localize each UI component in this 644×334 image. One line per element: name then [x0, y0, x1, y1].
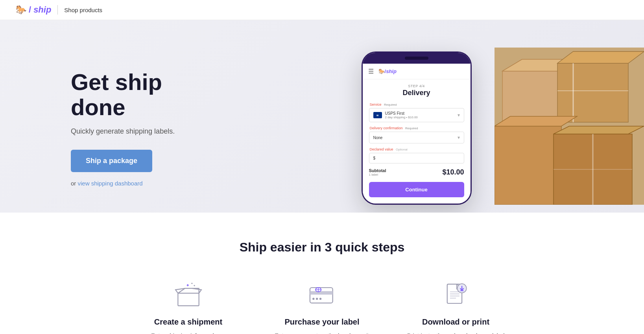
phone-camera [405, 57, 428, 60]
step-3-icon [438, 278, 474, 310]
phone-delivery-confirmation-label: Delivery confirmation Required [369, 126, 464, 130]
phone-delivery-chevron: ▾ [458, 135, 460, 140]
steps-title: Ship easier in 3 quick steps [16, 240, 628, 255]
svg-rect-28 [310, 291, 332, 295]
logo-horse: 🐎 [16, 5, 26, 15]
step-create-shipment: Create a shipment Enter shipping info, p… [133, 278, 244, 334]
phone-subtotal-label: Subtotal [369, 168, 386, 173]
logo-ship-text: ship [33, 5, 51, 15]
hero-subtitle: Quickly generate shipping labels. [71, 127, 189, 136]
phone-service-details: 2 day shipping • $10.00 [385, 116, 418, 119]
phone-subtotal-area: Subtotal 1 label $10.00 [369, 168, 464, 176]
svg-rect-1 [502, 71, 565, 122]
svg-point-33 [316, 298, 318, 300]
nav-divider [57, 5, 58, 15]
phone-service-label: Service Required [369, 103, 464, 106]
phone-delivery-title: Delivery [369, 89, 464, 97]
hero-or-text: or view shipping dashboard [71, 180, 189, 187]
step-3-name: Download or print [422, 317, 489, 327]
or-label: or [71, 180, 76, 187]
phone-content: STEP 4/4 Delivery Service Required ✉ USP… [363, 79, 471, 204]
svg-rect-20 [178, 293, 199, 306]
step-1-name: Create a shipment [154, 317, 222, 327]
hero-left: Get ship done Quickly generate shipping … [0, 46, 189, 211]
phone-hamburger-icon: ☰ [368, 68, 374, 75]
svg-marker-10 [557, 51, 644, 63]
steps-grid: Create a shipment Enter shipping info, p… [86, 278, 558, 334]
logo[interactable]: 🐎 / ship [16, 5, 51, 15]
shop-products-link[interactable]: Shop products [64, 7, 102, 13]
step-purchase-label: Purchase your label Enter a payment meth… [267, 278, 377, 334]
hero-section: Get ship done Quickly generate shipping … [0, 20, 644, 213]
phone-delivery-confirmation-select[interactable]: None ▾ [369, 132, 464, 143]
svg-point-32 [312, 298, 314, 300]
step-1-desc: Enter shipping info, package dimensions,… [137, 331, 240, 334]
phone-delivery-confirmation-value: None [373, 136, 383, 140]
hero-title: Get ship done [71, 70, 189, 120]
step-2-icon [304, 278, 340, 310]
phone-subtotal-amount: $10.00 [442, 168, 464, 176]
svg-rect-13 [495, 126, 561, 205]
phone-dollar-sign: $ [373, 156, 376, 160]
phone-service-select[interactable]: ✉ USPS First 2 day shipping • $10.00 ▾ [369, 108, 464, 122]
svg-marker-17 [554, 126, 644, 134]
phone-top-bar [363, 53, 471, 64]
phone-nav-bar: ☰ 🐎/ship [363, 64, 471, 79]
phone-logo: 🐎/ship [378, 68, 397, 74]
phone-continue-button[interactable]: Continue [369, 182, 464, 197]
step-2-desc: Enter a payment method and save it for r… [271, 331, 373, 334]
phone-subtotal-count: 1 label [369, 173, 386, 176]
phone-step-label: STEP 4/4 [369, 84, 464, 88]
step-1-icon [171, 278, 206, 310]
step-2-name: Purchase your label [284, 317, 359, 327]
phone-declared-value-input[interactable]: $ [369, 153, 464, 163]
dashboard-link[interactable]: view shipping dashboard [78, 180, 143, 187]
phone-declared-value-label: Declared value Optional [369, 147, 464, 151]
step-3-desc: Print instantly, or download your label … [405, 331, 507, 334]
steps-section: Ship easier in 3 quick steps [0, 213, 644, 334]
ship-package-button[interactable]: Ship a package [71, 150, 152, 172]
boxes-decoration [495, 48, 644, 205]
phone-mockup: ☰ 🐎/ship STEP 4/4 Delivery Service Requi… [362, 51, 472, 205]
svg-point-34 [319, 298, 321, 300]
step-download-print: Download or print Print instantly, or do… [401, 278, 511, 334]
svg-rect-6 [557, 63, 628, 122]
logo-slash: / [29, 5, 31, 15]
hero-right: ☰ 🐎/ship STEP 4/4 Delivery Service Requi… [189, 51, 644, 205]
phone-service-name: USPS First [385, 111, 418, 116]
usps-icon: ✉ [373, 112, 382, 118]
phone-frame: ☰ 🐎/ship STEP 4/4 Delivery Service Requi… [362, 51, 472, 205]
navigation: 🐎 / ship Shop products [0, 0, 644, 20]
phone-service-chevron: ▾ [458, 112, 460, 118]
